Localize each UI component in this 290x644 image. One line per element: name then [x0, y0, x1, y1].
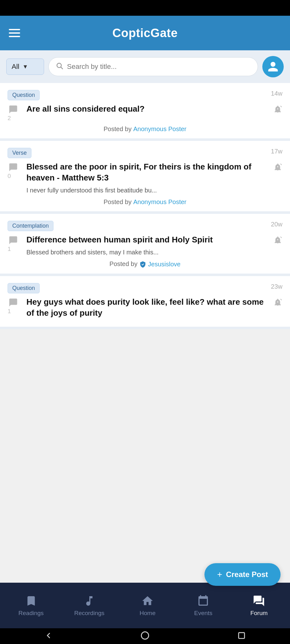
svg-point-6: [141, 632, 148, 639]
comment-count: 1: [8, 246, 26, 253]
nav-item-readings[interactable]: Readings: [19, 595, 44, 617]
post-time: 23w: [271, 283, 282, 290]
notify-icon[interactable]: [273, 103, 282, 115]
notify-icon[interactable]: [273, 161, 282, 173]
poster-link[interactable]: Anonymous Poster: [133, 125, 187, 132]
svg-line-5: [281, 299, 282, 300]
forum-icon: [253, 595, 265, 607]
nav-label-home: Home: [140, 610, 156, 617]
svg-line-2: [281, 106, 282, 107]
bottom-nav: Readings Recordings Home Events Forum: [0, 583, 290, 628]
search-area: All ▼: [0, 50, 290, 83]
post-card[interactable]: Contemplation 20w 1 Difference between h…: [0, 214, 290, 276]
post-title: Difference between human spirit and Holy…: [26, 234, 273, 245]
recent-apps-button[interactable]: [237, 631, 246, 641]
search-icon: [56, 62, 63, 71]
plus-icon: +: [217, 569, 222, 580]
avatar-button[interactable]: [262, 56, 284, 77]
comment-icon: [8, 163, 19, 172]
create-post-button[interactable]: + Create Post: [204, 563, 281, 586]
post-title: Are all sins considered equal?: [26, 103, 273, 114]
nav-item-forum[interactable]: Forum: [246, 595, 271, 617]
menu-button[interactable]: [9, 29, 20, 37]
nav-label-readings: Readings: [19, 610, 44, 617]
nav-label-events: Events: [194, 610, 212, 617]
status-bar: [0, 0, 290, 16]
bookmark-icon: [25, 595, 37, 607]
post-footer: Posted by Anonymous Poster: [8, 125, 282, 133]
post-footer: Posted by Anonymous Poster: [8, 198, 282, 206]
comment-icon: [8, 298, 19, 307]
nav-label-recordings: Recordings: [74, 610, 104, 617]
device-bottom-bar: [0, 628, 290, 644]
comment-icon: [8, 236, 19, 245]
post-tag: Verse: [8, 148, 31, 158]
svg-rect-7: [239, 633, 245, 639]
post-card[interactable]: Question 23w 1 Hey guys what does purity…: [0, 276, 290, 329]
post-time: 17w: [271, 148, 282, 155]
poster-name[interactable]: Jesusislove: [148, 261, 181, 268]
notify-icon[interactable]: [273, 234, 282, 246]
back-button[interactable]: [44, 631, 53, 641]
post-card[interactable]: Question 14w 2 Are all sins considered e…: [0, 83, 290, 141]
nav-item-home[interactable]: Home: [135, 595, 160, 617]
filter-dropdown[interactable]: All ▼: [6, 58, 44, 75]
comment-count: 0: [8, 173, 26, 180]
nav-item-events[interactable]: Events: [191, 595, 216, 617]
home-icon: [141, 595, 154, 607]
svg-line-3: [281, 164, 282, 165]
post-time: 20w: [271, 221, 282, 228]
poster-link[interactable]: Anonymous Poster: [133, 198, 187, 205]
post-excerpt: Blessed brothers and sisters, may I make…: [26, 248, 273, 257]
post-title: Blessed are the poor in spirit, For thei…: [26, 161, 273, 183]
post-card[interactable]: Verse 17w 0 Blessed are the poor in spir…: [0, 141, 290, 214]
post-tag: Contemplation: [8, 221, 53, 231]
post-footer: Posted by Jesusislove: [8, 260, 282, 268]
music-icon: [83, 595, 96, 607]
notify-icon[interactable]: [273, 297, 282, 308]
comment-count: 1: [8, 308, 26, 315]
nav-label-forum: Forum: [250, 610, 268, 617]
app-title: CopticGate: [112, 26, 178, 40]
search-input[interactable]: [67, 63, 251, 71]
verified-badge-icon: [139, 260, 146, 268]
home-circle-button[interactable]: [141, 631, 149, 641]
chevron-down-icon: ▼: [22, 64, 28, 70]
svg-line-4: [281, 237, 282, 238]
header: CopticGate: [0, 16, 290, 50]
post-tag: Question: [8, 283, 40, 293]
post-time: 14w: [271, 90, 282, 97]
poster-verified-row: Jesusislove: [139, 260, 181, 268]
nav-item-recordings[interactable]: Recordings: [74, 595, 104, 617]
post-tag: Question: [8, 90, 40, 100]
post-excerpt: I never fully understood this first beat…: [26, 186, 273, 195]
filter-label: All: [12, 63, 19, 71]
comment-count: 2: [8, 115, 26, 122]
post-title: Hey guys what does purity look like, fee…: [26, 297, 273, 319]
comment-icon: [8, 105, 19, 114]
calendar-icon: [197, 595, 209, 607]
svg-line-1: [61, 67, 63, 69]
posts-list: Question 14w 2 Are all sins considered e…: [0, 83, 290, 644]
search-box: [48, 57, 258, 76]
create-post-label: Create Post: [226, 570, 268, 579]
